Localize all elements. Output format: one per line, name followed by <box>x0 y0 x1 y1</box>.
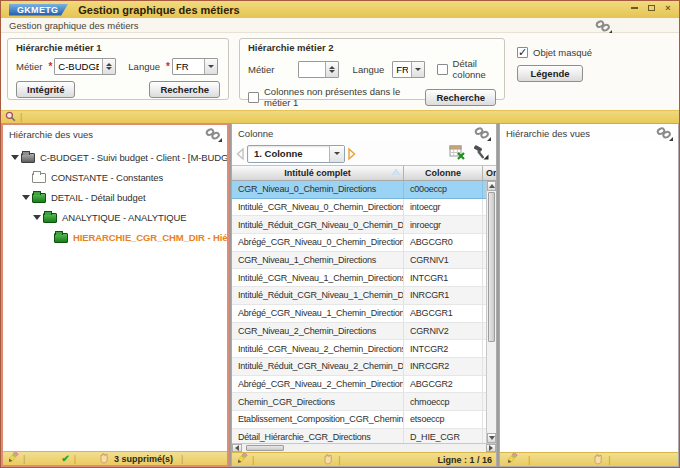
expand-arrow-icon[interactable] <box>11 155 21 160</box>
previous-chevron-icon[interactable] <box>235 147 245 161</box>
langue-1-select <box>172 58 218 75</box>
table-row[interactable]: Intitulé_Réduit_CGR_Niveau_2_Chemin_Dire… <box>232 358 486 376</box>
table-row[interactable]: Intitulé_CGR_Niveau_1_Chemin_DirectionsI… <box>232 269 486 287</box>
breadcrumb-bar: Gestion graphique des métiers <box>1 18 679 33</box>
objet-masque-checkbox[interactable]: ✓ <box>517 47 528 58</box>
right-panel: Hiérarchie des vues | | <box>499 123 679 467</box>
table-row[interactable]: Intitulé_Réduit_CGR_Niveau_0_Chemin_Dire… <box>232 216 486 234</box>
column-mode-value: 1. Colonne <box>248 148 329 159</box>
app-code-badge: GKMETG <box>9 4 68 16</box>
table-cell: ABGCGR1 <box>404 305 483 322</box>
right-panel-title: Hiérarchie des vues <box>506 128 590 139</box>
table-row[interactable]: Intitulé_CGR_Niveau_2_Chemin_DirectionsI… <box>232 340 486 358</box>
tree-item[interactable]: C-BUDGET - Suivi budget - Client - [M-BU… <box>3 147 227 167</box>
table-cell: Etablissement_Composition_CGR_Chemin_Dir… <box>232 411 404 428</box>
scroll-left-icon[interactable] <box>232 444 242 452</box>
excel-export-icon[interactable] <box>449 145 465 162</box>
table-cell: CGR_Niveau_2_Chemin_Directions <box>232 323 404 340</box>
column-panel-header: Colonne <box>232 124 496 142</box>
table-row[interactable]: Abrégé_CGR_Niveau_2_Chemin_DirectionsABG… <box>232 376 486 394</box>
column-header-ordre[interactable]: Ordre <box>483 166 496 180</box>
link-icon[interactable] <box>595 20 611 32</box>
tree-item[interactable]: DETAIL - Détail budget <box>3 187 227 207</box>
metier-2-input[interactable] <box>299 62 324 77</box>
table-row[interactable]: CGR_Niveau_2_Chemin_DirectionsCGRNIV2 <box>232 323 486 341</box>
vertical-scrollbar[interactable] <box>486 181 496 443</box>
table-row[interactable]: CGR_Niveau_0_Chemin_Directionsc00oeccp <box>232 181 486 199</box>
view-tree: C-BUDGET - Suivi budget - Client - [M-BU… <box>3 143 227 451</box>
langue-1-dropdown-icon[interactable] <box>204 59 217 74</box>
langue-2-value[interactable] <box>393 62 410 77</box>
table-cell: Intitulé_Réduit_CGR_Niveau_0_Chemin_Dire… <box>232 216 404 233</box>
detail-colonne-checkbox[interactable] <box>437 64 448 75</box>
valid-check-icon: ✔ <box>61 454 69 464</box>
column-mode-dropdown[interactable]: 1. Colonne <box>247 145 345 163</box>
table-row[interactable]: Intitulé_CGR_Niveau_0_Chemin_Directionsi… <box>232 199 486 217</box>
divider: | <box>20 112 22 122</box>
scroll-right-icon[interactable] <box>486 444 496 452</box>
column-table-body: CGR_Niveau_0_Chemin_Directionsc00oeccpIn… <box>232 181 486 443</box>
metier-1-input[interactable] <box>55 59 102 74</box>
recherche-2-button[interactable]: Recherche <box>425 89 496 106</box>
dropdown-arrow-icon[interactable] <box>329 146 344 162</box>
folder-icon <box>54 233 68 243</box>
table-row[interactable]: Etablissement_Composition_CGR_Chemin_Dir… <box>232 411 486 429</box>
column-panel-title: Colonne <box>238 128 273 139</box>
tree-item-label: DETAIL - Détail budget <box>51 192 145 203</box>
left-panel-header: Hiérarchie des vues <box>3 125 227 143</box>
maximize-icon[interactable] <box>646 3 656 13</box>
table-row[interactable]: Chemin_CGR_Directionschmoeccp <box>232 393 486 411</box>
table-row[interactable]: Détail_Hiérarchie_CGR_DirectionsD_HIE_CG… <box>232 429 486 443</box>
table-row[interactable]: Abrégé_CGR_Niveau_0_Chemin_DirectionsABG… <box>232 234 486 252</box>
tool-strip: | <box>1 110 679 123</box>
tree-item[interactable]: HIERARCHIE_CGR_CHM_DIR - Hiérarchie CGR … <box>3 227 227 247</box>
link-icon[interactable] <box>656 127 672 139</box>
hand-icon <box>322 453 334 467</box>
colonnes-non-presentes-checkbox[interactable] <box>248 92 259 103</box>
table-header: Intitulé complet Colonne Ordre <box>232 165 496 181</box>
table-cell: CGR_Niveau_1_Chemin_Directions <box>232 252 404 269</box>
table-row[interactable]: Abrégé_CGR_Niveau_1_Chemin_DirectionsABG… <box>232 305 486 323</box>
table-cell: D_HIE_CGR <box>404 429 483 443</box>
table-row[interactable]: Intitulé_Réduit_CGR_Niveau_1_Chemin_Dire… <box>232 287 486 305</box>
close-icon[interactable]: × <box>663 3 673 13</box>
langue-2-dropdown-icon[interactable] <box>411 62 424 77</box>
link-icon[interactable] <box>474 127 490 139</box>
table-row[interactable]: CGR_Niveau_1_Chemin_DirectionsCGRNIV1 <box>232 252 486 270</box>
scroll-down-icon[interactable] <box>487 433 496 443</box>
search-icon[interactable] <box>5 111 16 124</box>
table-cell: CGRNIV2 <box>404 323 483 340</box>
expand-arrow-icon[interactable] <box>33 215 43 220</box>
link-icon[interactable] <box>205 128 221 140</box>
divider: | <box>252 455 254 465</box>
divider: | <box>181 454 183 464</box>
scroll-up-icon[interactable] <box>487 181 496 191</box>
next-chevron-icon[interactable] <box>347 147 357 161</box>
metier-2-spinner-icon[interactable] <box>325 62 338 77</box>
integrite-button[interactable]: Intégrité <box>16 81 75 98</box>
deleted-count: 3 supprimé(s) <box>114 454 173 464</box>
column-header-colonne[interactable]: Colonne <box>404 166 483 180</box>
scrollbar-thumb[interactable] <box>246 445 284 451</box>
scrollbar-thumb[interactable] <box>488 192 495 342</box>
column-header-intitule[interactable]: Intitulé complet <box>232 166 404 180</box>
table-cell: Abrégé_CGR_Niveau_0_Chemin_Directions <box>232 234 404 251</box>
tools-hammer-icon[interactable] <box>473 145 489 162</box>
expand-arrow-icon[interactable] <box>22 195 32 200</box>
recherche-1-button[interactable]: Recherche <box>149 81 220 98</box>
left-status-bar: | ✔ | 3 supprimé(s) | <box>3 451 227 465</box>
hand-icon <box>98 452 110 466</box>
table-cell: ABGCGR2 <box>404 376 483 393</box>
langue-1-value[interactable] <box>173 59 204 74</box>
table-cell: Intitulé_Réduit_CGR_Niveau_1_Chemin_Dire… <box>232 287 404 304</box>
divider: | <box>608 455 610 465</box>
right-status-bar: | | <box>500 452 678 466</box>
tree-item[interactable]: ANALYTIQUE - ANALYTIQUE <box>3 207 227 227</box>
legende-button[interactable]: Légende <box>517 65 583 82</box>
metier-1-spinner-icon[interactable] <box>102 59 115 74</box>
horizontal-scrollbar[interactable] <box>232 443 496 452</box>
divider: | <box>74 454 76 464</box>
minimize-icon[interactable] <box>629 3 639 13</box>
table-cell: Intitulé_CGR_Niveau_1_Chemin_Directions <box>232 269 404 286</box>
tree-item[interactable]: CONSTANTE - Constantes <box>3 167 227 187</box>
